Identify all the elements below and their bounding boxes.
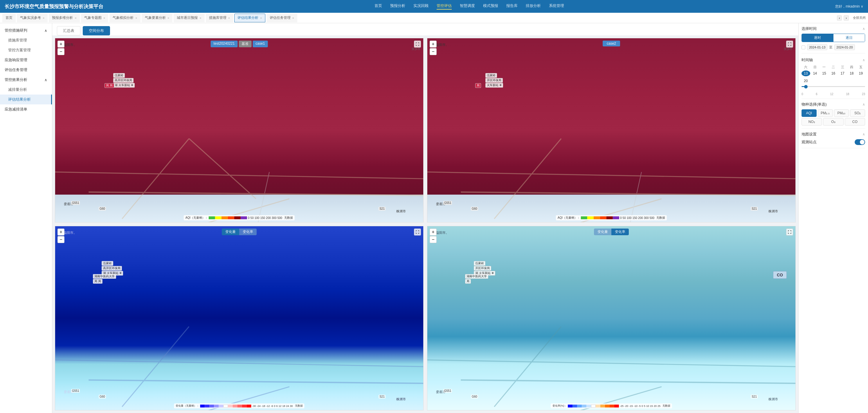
- tab-weather-ref[interactable]: 气象实况参考 ×: [17, 13, 48, 22]
- fullscreen-top-right[interactable]: [786, 41, 793, 47]
- observation-toggle[interactable]: [855, 139, 865, 145]
- sidebar-item-emission-reduction[interactable]: 减排量分析: [0, 85, 52, 95]
- nav-realtime[interactable]: 实况回顾: [413, 3, 429, 9]
- map-settings-header: 地图设置 ∧: [802, 132, 865, 137]
- mode-change-rate-br[interactable]: 变化率: [611, 229, 629, 235]
- tab-weather-map[interactable]: 气象专题图 ×: [81, 13, 108, 22]
- close-tab-weather-sim[interactable]: ×: [135, 16, 137, 20]
- date-13[interactable]: 13: [802, 70, 810, 76]
- content-area: 汇总表 空间分布: [52, 23, 798, 413]
- hour-slider[interactable]: [802, 86, 865, 92]
- tab-forecast-multi[interactable]: 预报多维分析 ×: [49, 13, 80, 22]
- tab-prev-btn[interactable]: ‹: [837, 15, 842, 21]
- zoom-in-bottom-left[interactable]: +: [58, 229, 64, 236]
- date-end[interactable]: 2024-01-20: [834, 44, 855, 50]
- sidebar-item-eval-results[interactable]: 评估结果分析: [0, 95, 52, 104]
- date-start[interactable]: 2024-01-13: [807, 44, 827, 50]
- map-title-base: 基准: [239, 41, 251, 47]
- nav-home[interactable]: 首页: [374, 3, 382, 9]
- date-15[interactable]: 15: [820, 70, 829, 76]
- sidebar-group-eval-tasks[interactable]: 评估任务管理: [0, 65, 52, 75]
- sidebar-group-emergency-list[interactable]: 应急减排清单: [0, 104, 52, 114]
- nav-reports[interactable]: 报告库: [506, 3, 518, 9]
- map-bottom-right-zoom: + −: [430, 229, 437, 243]
- species-no2[interactable]: NO₂: [802, 118, 822, 126]
- tab-eval-tasks[interactable]: 评估任务管理 ×: [267, 13, 297, 22]
- date-range: 2024-01-13 至 2024-01-20: [802, 44, 865, 50]
- zoom-in-bottom-right[interactable]: +: [430, 229, 437, 236]
- close-tab-eval-results[interactable]: ×: [260, 16, 262, 20]
- date-17[interactable]: 17: [838, 70, 847, 76]
- nav-forecast[interactable]: 预报分析: [390, 3, 405, 9]
- sidebar-group-effect-analysis[interactable]: 管控效果分析 ∧: [0, 75, 52, 85]
- sidebar-group-control-measures[interactable]: 管控措施研判 ∧: [0, 26, 52, 35]
- mode-change-amount-bl[interactable]: 变化量: [222, 229, 239, 235]
- species-co[interactable]: CO: [845, 118, 865, 126]
- map-settings-collapse[interactable]: ∧: [863, 132, 865, 136]
- tab-city-daily[interactable]: 城市逐日预报 ×: [174, 13, 205, 22]
- close-tab-weather-ref[interactable]: ×: [43, 16, 44, 20]
- mode-change-amount-br[interactable]: 变化量: [594, 229, 611, 235]
- hourly-btn[interactable]: 逐时: [802, 34, 833, 42]
- species-o3[interactable]: O₃: [823, 118, 843, 126]
- species-so2[interactable]: SO₂: [850, 109, 865, 117]
- time-section-collapse[interactable]: ∧: [863, 27, 865, 31]
- nav-system[interactable]: 系统管理: [549, 3, 564, 9]
- close-tab-forecast-multi[interactable]: ×: [74, 16, 76, 20]
- zoom-in-top-right[interactable]: +: [430, 41, 437, 47]
- species-collapse[interactable]: ∧: [863, 102, 865, 106]
- close-tab-weather-map[interactable]: ×: [103, 16, 105, 20]
- tab-weather-elem[interactable]: 气象要素分析 ×: [142, 13, 173, 22]
- date-checkbox[interactable]: [802, 45, 805, 49]
- zoom-out-bottom-right[interactable]: −: [430, 236, 437, 243]
- nav-model[interactable]: 模式预报: [483, 3, 498, 9]
- species-pm10[interactable]: PM₁₀: [834, 109, 849, 117]
- nav-emission[interactable]: 排放分析: [526, 3, 541, 9]
- zoom-out-bottom-left[interactable]: −: [58, 236, 64, 243]
- svg-line-5: [189, 139, 256, 199]
- fullscreen-bottom-left[interactable]: [414, 229, 421, 236]
- fullscreen-top-left[interactable]: [414, 41, 421, 47]
- mode-change-rate-bl[interactable]: 变化率: [239, 229, 257, 235]
- tab-weather-sim[interactable]: 气象模拟分析 ×: [110, 13, 140, 22]
- close-tab-weather-elem[interactable]: ×: [167, 16, 169, 20]
- species-aqi[interactable]: AQI: [802, 109, 817, 117]
- app-title: 长沙市环境空气质量预报预警与分析决策平台: [5, 3, 103, 10]
- species-pm25[interactable]: PM₂.₅: [818, 109, 833, 117]
- close-tab-eval-tasks[interactable]: ×: [292, 16, 294, 20]
- date-14[interactable]: 14: [811, 70, 819, 76]
- close-tab-city-daily[interactable]: ×: [199, 16, 201, 20]
- tab-spatial-distribution[interactable]: 空间分布: [83, 26, 110, 35]
- tab-measures[interactable]: 措施库管理 ×: [206, 13, 233, 22]
- map-top-left-zoom: + −: [58, 41, 64, 55]
- nav-control[interactable]: 管控评估: [437, 3, 452, 9]
- sidebar-item-measures-lib[interactable]: 措施库管理: [0, 35, 52, 45]
- zoom-out-top-right[interactable]: −: [430, 48, 437, 55]
- zoom-in-top-left[interactable]: +: [58, 41, 64, 47]
- tab-summary-table[interactable]: 汇总表: [57, 26, 81, 35]
- close-tab-measures[interactable]: ×: [228, 16, 230, 20]
- legend-change-bl: 变化量（无量纲）： -30-24-18: [174, 404, 304, 408]
- tab-home[interactable]: 首页: [2, 13, 16, 22]
- date-20[interactable]: 20: [802, 78, 810, 84]
- chevron-up-icon: ∧: [44, 28, 47, 33]
- close-all-tabs[interactable]: 全部关闭: [853, 16, 866, 20]
- observation-stations-row: 观测站点: [802, 139, 865, 145]
- daily-btn[interactable]: 逐日: [833, 34, 865, 42]
- date-16[interactable]: 16: [829, 70, 838, 76]
- date-18[interactable]: 18: [847, 70, 856, 76]
- date-19[interactable]: 19: [857, 70, 865, 76]
- sidebar-item-control-plan[interactable]: 管控方案管理: [0, 45, 52, 55]
- sidebar-group-emergency[interactable]: 应急响应管理: [0, 55, 52, 65]
- fullscreen-bottom-right[interactable]: [786, 229, 793, 236]
- tab-eval-results[interactable]: 评估结果分析 ×: [234, 13, 265, 22]
- svg-line-12: [122, 326, 189, 407]
- time-axis-collapse[interactable]: ∧: [863, 58, 865, 62]
- top-nav-menu: 首页 预报分析 实况回顾 管控评估 智慧调度 模式预报 报告库 排放分析 系统管…: [374, 3, 564, 9]
- tab-next-btn[interactable]: ›: [844, 15, 849, 21]
- user-info[interactable]: 您好，mkadmin ∨: [835, 4, 863, 9]
- zoom-out-top-left[interactable]: −: [58, 48, 64, 55]
- map-title-test: test20240221: [211, 41, 238, 47]
- nav-dispatch[interactable]: 智慧调度: [460, 3, 475, 9]
- tab-navigation: ‹ › 全部关闭: [837, 15, 866, 21]
